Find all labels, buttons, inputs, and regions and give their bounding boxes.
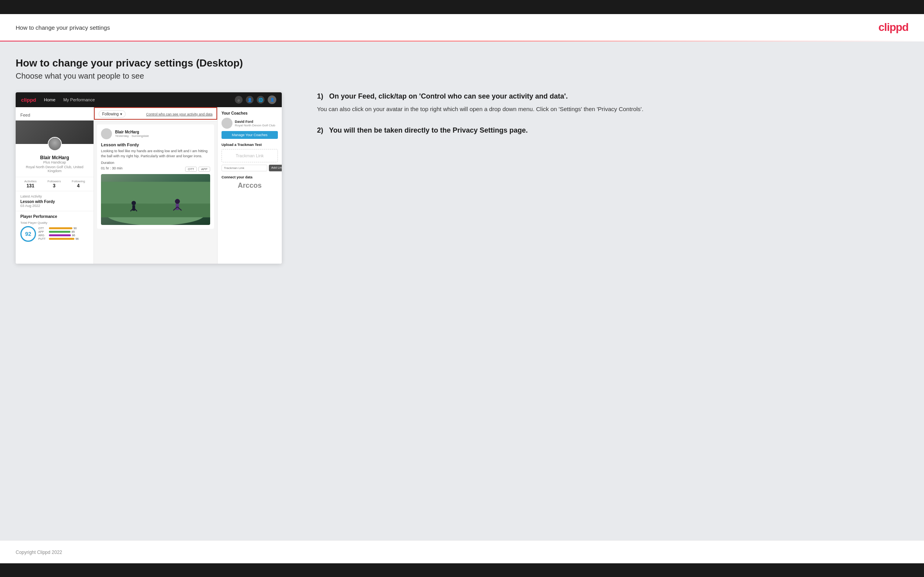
step1-header: 1) On your Feed, click/tap on 'Control w…: [317, 92, 908, 101]
quality-bars: OTT 90 APP 85 ARG: [38, 227, 89, 241]
trackman-input[interactable]: [222, 165, 267, 171]
step2-number: 2): [317, 126, 323, 134]
logo: clippd: [879, 21, 908, 34]
upload-title: Upload a Trackman Test: [222, 143, 278, 147]
step-2: 2) You will then be taken directly to th…: [317, 126, 908, 135]
nav-home[interactable]: Home: [44, 97, 55, 102]
bar-putt-fill: [49, 238, 74, 240]
bar-arg-fill: [49, 234, 71, 236]
bar-app-val: 85: [72, 230, 75, 233]
svg-point-7: [175, 199, 180, 204]
add-link-button[interactable]: Add Link: [269, 165, 282, 171]
player-performance: Player Performance Total Player Quality …: [16, 211, 94, 245]
app-logo: clippd: [21, 97, 36, 103]
person-icon[interactable]: 👤: [246, 96, 254, 104]
trackman-input-row: Add Link: [222, 165, 278, 171]
bar-app: APP 85: [38, 230, 89, 233]
coach-club: Royal North Devon Golf Club: [235, 124, 275, 127]
page-heading: How to change your privacy settings (Des…: [16, 57, 908, 69]
profile-name: Blair McHarg: [20, 155, 90, 160]
stat-followers: Followers 3: [47, 180, 61, 189]
quality-row: 92 OTT 90 APP 85: [20, 226, 89, 242]
profile-banner: [16, 120, 94, 144]
bar-ott-val: 90: [74, 227, 77, 230]
stat-activities: Activities 131: [24, 180, 37, 189]
post-tag-ott: OTT: [185, 167, 197, 172]
control-link[interactable]: Control who can see your activity and da…: [146, 112, 213, 116]
step-1: 1) On your Feed, click/tap on 'Control w…: [317, 92, 908, 114]
search-icon[interactable]: ⌕: [235, 96, 243, 104]
bar-arg-label: ARG: [38, 234, 48, 237]
app-nav: clippd Home My Performance ⌕ 👤 🌐 👤: [16, 92, 282, 107]
post-description: Looking to feel like my hands are exitin…: [101, 149, 210, 158]
step1-text: On your Feed, click/tap on 'Control who …: [329, 92, 568, 100]
bar-arg-val: 86: [72, 234, 75, 237]
feed-top-bar: Following ▾ Control who can see your act…: [94, 107, 217, 121]
header: How to change your privacy settings clip…: [0, 14, 924, 41]
coach-info: David Ford Royal North Devon Golf Club: [235, 120, 275, 127]
bar-app-fill: [49, 231, 70, 233]
globe-icon[interactable]: 🌐: [257, 96, 265, 104]
post-author-name: Blair McHarg: [115, 130, 149, 134]
bar-ott-label: OTT: [38, 227, 48, 230]
quality-label: Total Player Quality: [20, 221, 89, 225]
coach-name: David Ford: [235, 120, 275, 124]
profile-stats: Activities 131 Followers 3 Following 4: [16, 177, 94, 191]
post-author-info: Blair McHarg Yesterday · Sunningdale: [115, 130, 149, 138]
post-duration-label: Duration: [101, 161, 210, 165]
coach-avatar: [222, 118, 232, 129]
bar-arg: ARG 86: [38, 234, 89, 237]
bar-ott: OTT 90: [38, 227, 89, 230]
page-subheading: Choose what you want people to see: [16, 72, 908, 81]
coaches-title: Your Coaches: [222, 111, 278, 115]
following-button[interactable]: Following ▾: [99, 110, 126, 118]
bar-putt-val: 96: [76, 237, 79, 240]
post-header: Blair McHarg Yesterday · Sunningdale: [101, 128, 210, 139]
latest-activity-date: 03 Aug 2022: [20, 204, 89, 208]
latest-activity-name: Lesson with Fordy: [20, 200, 89, 204]
stat-following: Following 4: [72, 180, 85, 189]
latest-activity-label: Latest Activity: [20, 194, 89, 198]
header-title: How to change your privacy settings: [16, 24, 110, 31]
nav-right: ⌕ 👤 🌐 👤: [235, 95, 276, 104]
connect-title: Connect your data: [222, 175, 278, 179]
manage-coaches-button[interactable]: Manage Your Coaches: [222, 131, 278, 139]
nav-my-performance[interactable]: My Performance: [63, 97, 95, 102]
footer-copyright: Copyright Clippd 2022: [16, 550, 62, 555]
post-location: Yesterday · Sunningdale: [115, 134, 149, 138]
bottom-bar: [0, 563, 924, 577]
coach-item: David Ford Royal North Devon Golf Club: [222, 118, 278, 129]
svg-point-3: [131, 201, 136, 205]
sidebar-latest-activity: Latest Activity Lesson with Fordy 03 Aug…: [16, 191, 94, 211]
instructions-panel: 1) On your Feed, click/tap on 'Control w…: [313, 92, 908, 147]
post-duration-value: 01 hr : 30 min: [101, 166, 122, 170]
step2-text: You will then be taken directly to the P…: [329, 126, 528, 134]
stat-following-label: Following: [72, 180, 85, 183]
profile-info: Blair McHarg Plus Handicap Royal North D…: [16, 152, 94, 177]
app-mockup: clippd Home My Performance ⌕ 👤 🌐 👤 Feed: [16, 92, 282, 264]
stat-followers-label: Followers: [47, 180, 61, 183]
app-sidebar: Feed Blair McHarg Plus Handicap Royal No…: [16, 107, 94, 264]
bar-ott-fill: [49, 227, 72, 229]
stat-activities-label: Activities: [24, 180, 37, 183]
step1-extra: You can also click on your avatar in the…: [317, 104, 908, 114]
post-tag-app: APP: [198, 167, 210, 172]
bar-app-label: APP: [38, 230, 48, 233]
post-tags: OTT APP: [185, 167, 210, 172]
post-image: [101, 174, 210, 225]
stat-following-value: 4: [72, 183, 85, 189]
app-body: Feed Blair McHarg Plus Handicap Royal No…: [16, 107, 282, 264]
app-right-panel: Your Coaches David Ford Royal North Devo…: [217, 107, 282, 264]
connect-section: Connect your data Arccos: [222, 175, 278, 190]
profile-subtitle: Plus Handicap: [20, 160, 90, 164]
app-feed: Following ▾ Control who can see your act…: [94, 107, 217, 264]
step2-header: 2) You will then be taken directly to th…: [317, 126, 908, 135]
arccos-text: Arccos: [222, 182, 278, 190]
svg-rect-2: [101, 204, 210, 217]
feed-post: Blair McHarg Yesterday · Sunningdale Les…: [97, 124, 214, 229]
user-avatar[interactable]: 👤: [268, 95, 276, 104]
content-layout: clippd Home My Performance ⌕ 👤 🌐 👤 Feed: [16, 92, 908, 264]
main-content: How to change your privacy settings (Des…: [0, 41, 924, 540]
bar-putt: PUTT 96: [38, 237, 89, 240]
post-title: Lesson with Fordy: [101, 142, 210, 147]
